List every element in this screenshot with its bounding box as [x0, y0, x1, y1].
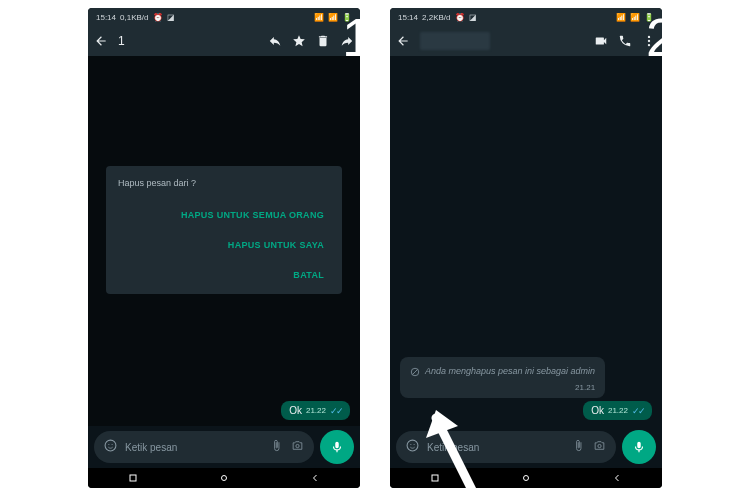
- signal-icon: 📶: [630, 13, 640, 22]
- contact-name[interactable]: [420, 32, 490, 50]
- composer-row: Ketik pesan: [88, 426, 360, 468]
- camera-icon[interactable]: [593, 438, 606, 456]
- svg-point-13: [414, 444, 415, 445]
- wifi-icon: 📶: [314, 13, 324, 22]
- svg-line-10: [413, 370, 418, 375]
- svg-rect-4: [130, 475, 136, 481]
- status-net: 2,2KB/d: [422, 13, 450, 22]
- nav-recent-icon[interactable]: [125, 473, 141, 483]
- step-label-2: 2: [646, 6, 676, 68]
- deleted-message-bubble[interactable]: Anda menghapus pesan ini sebagai admin 2…: [400, 357, 605, 398]
- status-time: 15:14: [96, 13, 116, 22]
- star-icon[interactable]: [292, 34, 306, 48]
- nav-back-icon[interactable]: [609, 473, 625, 483]
- message-text: Ok: [289, 405, 302, 416]
- status-icon: ◪: [167, 13, 175, 22]
- video-call-icon[interactable]: [594, 34, 608, 48]
- svg-point-0: [105, 440, 116, 451]
- reply-icon[interactable]: [268, 34, 282, 48]
- nav-home-icon[interactable]: [216, 473, 232, 483]
- svg-point-1: [108, 444, 109, 445]
- annotation-arrow: [418, 400, 488, 500]
- message-time: 21.22: [608, 406, 628, 415]
- mic-button[interactable]: [622, 430, 656, 464]
- chat-area: Anda menghapus pesan ini sebagai admin 2…: [390, 56, 662, 426]
- voice-call-icon[interactable]: [618, 34, 632, 48]
- input-placeholder: Ketik pesan: [125, 442, 262, 453]
- status-bar: 15:14 0,1KB/d ⏰ ◪ 📶 📶 🔋: [88, 8, 360, 26]
- attach-icon[interactable]: [572, 438, 585, 456]
- signal-icon: 📶: [328, 13, 338, 22]
- read-ticks-icon: ✓✓: [330, 406, 342, 416]
- svg-point-11: [407, 440, 418, 451]
- status-bar: 15:14 2,2KB/d ⏰ ◪ 📶 📶 🔋: [390, 8, 662, 26]
- svg-point-3: [296, 444, 299, 447]
- deleted-message-time: 21.21: [410, 383, 595, 392]
- dialog-title: Hapus pesan dari ?: [118, 178, 330, 188]
- selection-count: 1: [118, 34, 125, 48]
- mic-button[interactable]: [320, 430, 354, 464]
- phone-screenshot-1: 15:14 0,1KB/d ⏰ ◪ 📶 📶 🔋 1 Hapus pesan da…: [88, 8, 360, 488]
- prohibited-icon: [410, 363, 420, 381]
- chat-toolbar: [390, 26, 662, 56]
- back-icon[interactable]: [396, 34, 410, 48]
- delete-dialog: Hapus pesan dari ? HAPUS UNTUK SEMUA ORA…: [106, 166, 342, 294]
- read-ticks-icon: ✓✓: [632, 406, 644, 416]
- alarm-icon: ⏰: [153, 13, 163, 22]
- deleted-message-text: Anda menghapus pesan ini sebagai admin: [425, 366, 595, 377]
- outgoing-message[interactable]: Ok 21.22 ✓✓: [281, 401, 350, 420]
- message-input[interactable]: Ketik pesan: [94, 431, 314, 463]
- step-label-1: 1: [342, 6, 372, 68]
- delete-icon[interactable]: [316, 34, 330, 48]
- back-icon[interactable]: [94, 34, 108, 48]
- nav-back-icon[interactable]: [307, 473, 323, 483]
- cancel-button[interactable]: BATAL: [118, 260, 330, 290]
- outgoing-message[interactable]: Ok 21.22 ✓✓: [583, 401, 652, 420]
- alarm-icon: ⏰: [455, 13, 465, 22]
- chat-area: Hapus pesan dari ? HAPUS UNTUK SEMUA ORA…: [88, 56, 360, 426]
- selection-toolbar: 1: [88, 26, 360, 56]
- android-navbar: [88, 468, 360, 488]
- svg-point-12: [410, 444, 411, 445]
- status-time: 15:14: [398, 13, 418, 22]
- wifi-icon: 📶: [616, 13, 626, 22]
- delete-for-everyone-button[interactable]: HAPUS UNTUK SEMUA ORANG: [118, 200, 330, 230]
- svg-point-5: [221, 476, 226, 481]
- svg-point-14: [598, 444, 601, 447]
- delete-for-me-button[interactable]: HAPUS UNTUK SAYA: [118, 230, 330, 260]
- svg-point-2: [112, 444, 113, 445]
- message-text: Ok: [591, 405, 604, 416]
- status-icon: ◪: [469, 13, 477, 22]
- nav-home-icon[interactable]: [518, 473, 534, 483]
- svg-point-16: [523, 476, 528, 481]
- camera-icon[interactable]: [291, 438, 304, 456]
- attach-icon[interactable]: [270, 438, 283, 456]
- emoji-icon[interactable]: [104, 438, 117, 456]
- status-net: 0,1KB/d: [120, 13, 148, 22]
- message-time: 21.22: [306, 406, 326, 415]
